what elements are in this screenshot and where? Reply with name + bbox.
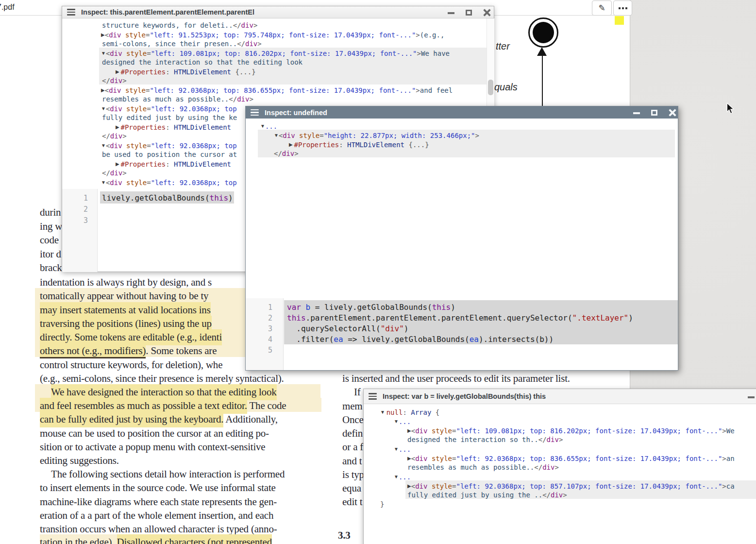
line[interactable]: .filter(ea => lively.getGlobalBounds(ea)…: [287, 334, 554, 345]
close-icon[interactable]: [483, 9, 491, 16]
line: 3.3: [338, 529, 351, 542]
menu-icon[interactable]: [369, 393, 377, 400]
dom-tree-pane: ▼ null: Array {▼...▶<div style="left: 10…: [364, 404, 756, 544]
line: and t: [342, 455, 362, 467]
line: or a f: [342, 441, 363, 453]
line: mem: [342, 400, 362, 412]
line[interactable]: resembles as much as possible..</div>: [102, 95, 253, 104]
inspector-window-2[interactable]: Inspect: undefined ▼...▼<div style="heig…: [245, 106, 678, 371]
window1-title: Inspect: this.parentElement.parentElemen…: [81, 8, 254, 16]
line[interactable]: ▶<div style="left: 109.081px; top: 816.2…: [407, 426, 735, 436]
line[interactable]: ▶ #Properties: HTMLDivElement: [116, 122, 231, 132]
menu-icon[interactable]: [251, 109, 259, 116]
menu-icon[interactable]: [67, 9, 75, 16]
line[interactable]: ▶<div style="left: 91.5253px; top: 795.7…: [101, 30, 444, 40]
window3-titlebar[interactable]: Inspect: var b = lively.getGlobalBounds(…: [364, 389, 756, 404]
line[interactable]: ▼...: [394, 417, 411, 426]
line[interactable]: this.parentElement.parentElement.parentE…: [287, 313, 633, 323]
inspector-window-3[interactable]: Inspect: var b = lively.getGlobalBounds(…: [363, 389, 756, 544]
code-lines: 12345var b = lively.getGlobalBounds(this…: [246, 298, 678, 370]
window2-titlebar[interactable]: Inspect: undefined: [246, 106, 678, 119]
line[interactable]: ▼<div style="left: 92.0368px; top: [101, 141, 237, 151]
line[interactable]: fully edited just by using the ke: [102, 113, 237, 122]
line[interactable]: structure keywords, for deleti..</div>: [102, 21, 257, 30]
line[interactable]: ▶<div style="left: 92.0368px; top: 857.1…: [407, 481, 735, 491]
line[interactable]: ▼<div style="left: 92.0368px; top: [101, 178, 237, 187]
scrollbar-thumb[interactable]: [488, 80, 493, 95]
line[interactable]: ▼<div style="left: 92.0368px; top: [101, 104, 237, 114]
line[interactable]: 4: [268, 334, 272, 345]
line[interactable]: ▶ #Properties: HTMLDivElement {...}: [289, 140, 429, 150]
line[interactable]: designed the interaction so that the edi…: [102, 58, 302, 67]
line[interactable]: ▼...: [394, 444, 411, 454]
line: Once: [342, 414, 364, 426]
line[interactable]: ▼...: [260, 121, 277, 131]
line[interactable]: designed the interaction so th..</div>: [407, 435, 563, 444]
line[interactable]: </div>: [274, 149, 299, 158]
code-editor-pane[interactable]: 12345var b = lively.getGlobalBounds(this…: [246, 298, 678, 370]
line[interactable]: 5: [268, 345, 272, 356]
line[interactable]: ▼ null: Array {: [380, 408, 439, 417]
line[interactable]: var b = lively.getGlobalBounds(this): [287, 302, 455, 313]
minimize-button[interactable]: [747, 393, 755, 400]
line: is typ: [342, 469, 364, 481]
window2-title: Inspect: undefined: [265, 109, 327, 117]
line[interactable]: lively.getGlobalBounds(this): [102, 193, 233, 204]
minimize-button[interactable]: [447, 9, 455, 16]
maximize-button[interactable]: [651, 109, 658, 116]
close-icon[interactable]: [669, 109, 676, 116]
window1-buttons: [447, 6, 491, 18]
line[interactable]: ▼<div style="left: 109.081px; top: 816.2…: [101, 49, 450, 58]
line: is inserted and the user proceeds to edi…: [342, 373, 570, 385]
line[interactable]: </div>: [102, 169, 127, 178]
line[interactable]: </div>: [102, 132, 127, 141]
window1-titlebar[interactable]: Inspect: this.parentElement.parentElemen…: [62, 6, 494, 18]
minimize-button[interactable]: [633, 109, 640, 116]
line: edit t: [342, 496, 362, 508]
line[interactable]: 1: [84, 193, 88, 204]
line: equa: [342, 482, 361, 494]
line[interactable]: ▼<div style="height: 22.877px; width: 25…: [274, 131, 479, 140]
window3-title: Inspect: var b = lively.getGlobalBounds(…: [383, 392, 546, 400]
line[interactable]: 1: [268, 302, 272, 313]
maximize-button[interactable]: [465, 9, 473, 16]
line[interactable]: ▼...: [394, 472, 411, 482]
dom-tree-pane: ▼...▼<div style="height: 22.877px; width…: [246, 119, 678, 286]
window3-buttons: [747, 391, 756, 403]
line[interactable]: resembles as much as possible..</div>: [407, 463, 559, 472]
line[interactable]: 3: [268, 323, 272, 334]
line[interactable]: 3: [84, 215, 88, 226]
line[interactable]: ▶<div style="left: 92.0368px; top: 836.6…: [101, 85, 453, 95]
line[interactable]: ▶ #Properties: HTMLDivElement: [116, 159, 231, 169]
line[interactable]: be used to position the cursor at: [102, 150, 237, 159]
line[interactable]: 2: [268, 313, 272, 323]
line[interactable]: semi-colons, since their presen..</div>: [102, 39, 262, 49]
line: defin: [342, 427, 363, 440]
line[interactable]: .querySelectorAll("div"): [287, 323, 408, 334]
line[interactable]: </div>: [102, 76, 127, 85]
line[interactable]: }: [380, 500, 384, 509]
line[interactable]: fully edited just by using the ..</div>: [407, 491, 567, 500]
line[interactable]: ▶<div style="left: 92.0368px; top: 836.6…: [407, 454, 735, 463]
line[interactable]: ▶ #Properties: HTMLDivElement {...}: [116, 67, 256, 77]
window2-buttons: [633, 106, 676, 119]
mouse-cursor: [725, 102, 736, 114]
line[interactable]: 2: [84, 204, 88, 215]
